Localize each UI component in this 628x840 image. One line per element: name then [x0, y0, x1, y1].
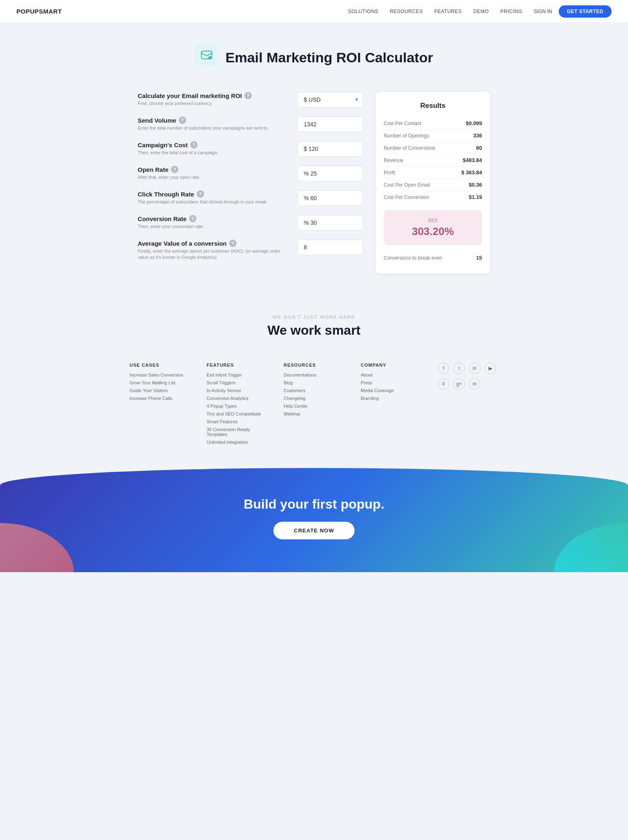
- open-rate-label: Open Rate: [138, 166, 168, 173]
- nav-demo[interactable]: DEMO: [473, 9, 489, 14]
- roi-box: ROI 303.20%: [384, 210, 482, 245]
- break-even-label: Conversions to break even: [384, 255, 442, 261]
- results-title: Results: [384, 102, 482, 110]
- footer-links: USE CASES Increase Sales Conversion Grow…: [0, 346, 628, 460]
- result-conversions: Number of Conversions 60: [384, 142, 482, 154]
- nav-resources[interactable]: RESOURCES: [390, 9, 423, 14]
- result-openings: Number of Openings 336: [384, 130, 482, 142]
- conversions-label: Number of Conversions: [384, 145, 435, 151]
- use-case-item-0[interactable]: Increase Sales Conversion: [130, 372, 190, 377]
- currency-label: Calculate your Email marketing ROI: [138, 92, 242, 99]
- feature-item-7[interactable]: 35 Conversion Ready Templates: [207, 427, 267, 437]
- nav-features[interactable]: FEATURES: [434, 9, 462, 14]
- ctr-help-icon[interactable]: ?: [197, 190, 204, 198]
- feature-item-8[interactable]: Unlimited Integration: [207, 440, 267, 445]
- company-item-0[interactable]: About: [361, 372, 421, 377]
- roi-label: ROI: [391, 217, 475, 224]
- medium-icon[interactable]: m: [469, 378, 480, 390]
- open-rate-help-icon[interactable]: ?: [171, 166, 178, 173]
- send-volume-sublabel: Enter the total number of subscribers yo…: [138, 125, 291, 131]
- cost-per-contact-value: $0.089: [466, 120, 482, 126]
- resources-heading: RESOURCES: [284, 363, 344, 368]
- facebook-icon[interactable]: f: [438, 363, 449, 374]
- conversion-rate-input[interactable]: [298, 215, 363, 231]
- avg-value-label: Average Value of a conversion: [138, 240, 227, 247]
- feature-item-5[interactable]: Tiny and SEO Competibale: [207, 411, 267, 416]
- use-case-item-2[interactable]: Guide Your Visitors: [130, 388, 190, 393]
- resource-item-0[interactable]: Documentations: [284, 372, 344, 377]
- revenue-label: Revenue: [384, 158, 403, 163]
- open-rate-row: Open Rate ? After that, enter your open …: [138, 166, 363, 181]
- company-item-2[interactable]: Media Coverage: [361, 388, 421, 393]
- resource-item-2[interactable]: Customers: [284, 388, 344, 393]
- campaign-cost-help-icon[interactable]: ?: [190, 141, 198, 148]
- currency-select[interactable]: $ USD € EUR £ GBP: [298, 92, 363, 107]
- feature-item-0[interactable]: Exit Intent Trigger: [207, 372, 267, 377]
- result-cost-per-contact: Cost Per Contact $0.089: [384, 117, 482, 130]
- results-card: Results Cost Per Contact $0.089 Number o…: [375, 92, 490, 274]
- conversion-rate-sublabel: Then, enter your conversion rate.: [138, 224, 291, 230]
- nav-solutions[interactable]: SOLUTIONS: [348, 9, 378, 14]
- profit-value: $ 363.84: [461, 169, 482, 176]
- resource-item-5[interactable]: Webinar: [284, 411, 344, 416]
- campaign-cost-sublabel: Then, enter the total cost of a campaign…: [138, 150, 291, 156]
- cta-band: Build your first popup. CREATE NOW: [0, 468, 628, 572]
- footer-social-col: f t in ▶ li g+ m: [438, 363, 498, 447]
- feature-item-4[interactable]: 4 Popup Types: [207, 404, 267, 409]
- conversion-rate-row: Conversion Rate ? Then, enter your conve…: [138, 215, 363, 231]
- result-profit: Profit $ 363.84: [384, 167, 482, 179]
- smart-sub: WE DON'T JUST WORK HARD: [8, 315, 620, 320]
- feature-item-1[interactable]: Scroll Triggers: [207, 380, 267, 385]
- linkedin-icon[interactable]: li: [438, 378, 449, 390]
- youtube-icon[interactable]: ▶: [485, 363, 496, 374]
- send-volume-help-icon[interactable]: ?: [179, 116, 186, 124]
- cost-per-conversion-value: $1.19: [469, 194, 482, 200]
- get-started-button[interactable]: GET STARTED: [559, 5, 612, 18]
- cost-per-contact-label: Cost Per Contact: [384, 121, 421, 126]
- currency-row: Calculate your Email marketing ROI ? Fir…: [138, 92, 363, 107]
- smart-title: We work smart: [8, 323, 620, 338]
- company-item-3[interactable]: Branding: [361, 396, 421, 401]
- send-volume-input[interactable]: [298, 116, 363, 132]
- nav-pricing[interactable]: PRICING: [501, 9, 523, 14]
- company-heading: COMPANY: [361, 363, 421, 368]
- cta-title: Build your first popup.: [8, 497, 620, 512]
- currency-help-icon[interactable]: ?: [244, 92, 252, 99]
- footer-use-cases: USE CASES Increase Sales Conversion Grow…: [130, 363, 190, 447]
- smart-section: WE DON'T JUST WORK HARD We work smart: [0, 298, 628, 346]
- send-volume-row: Send Volume ? Enter the total number of …: [138, 116, 363, 132]
- footer-grid: USE CASES Increase Sales Conversion Grow…: [130, 363, 498, 447]
- open-rate-input[interactable]: [298, 166, 363, 181]
- twitter-icon[interactable]: t: [453, 363, 465, 374]
- use-case-item-3[interactable]: Increase Phone Calls: [130, 396, 190, 401]
- cta-left-decoration: [0, 523, 74, 572]
- use-case-item-1[interactable]: Grow Your Mailling List: [130, 380, 190, 385]
- open-rate-sublabel: After that, enter your open rate.: [138, 174, 291, 180]
- ctr-row: Click Through Rate ? The percentage of s…: [138, 190, 363, 206]
- calculator-section: Calculate your Email marketing ROI ? Fir…: [130, 92, 498, 298]
- campaign-cost-row: Campaign's Cost ? Then, enter the total …: [138, 141, 363, 157]
- avg-value-help-icon[interactable]: ?: [229, 240, 237, 247]
- feature-item-3[interactable]: Conversion Analytics: [207, 396, 267, 401]
- resource-item-1[interactable]: Blog: [284, 380, 344, 385]
- result-revenue: Revenue $483.84: [384, 154, 482, 167]
- revenue-value: $483.84: [463, 157, 482, 163]
- googleplus-icon[interactable]: g+: [453, 378, 465, 390]
- company-item-1[interactable]: Press: [361, 380, 421, 385]
- feature-item-2[interactable]: In Activity Sensor: [207, 388, 267, 393]
- svg-point-2: [208, 56, 211, 59]
- send-volume-label: Send Volume: [138, 117, 176, 124]
- instagram-icon[interactable]: in: [469, 363, 480, 374]
- resource-item-4[interactable]: Help Center: [284, 404, 344, 409]
- cost-per-open-value: $0.36: [469, 182, 482, 188]
- resource-item-3[interactable]: Changelog: [284, 396, 344, 401]
- campaign-cost-input[interactable]: [298, 141, 363, 157]
- features-heading: FEATURES: [207, 363, 267, 368]
- avg-value-input[interactable]: [298, 240, 363, 255]
- create-now-button[interactable]: CREATE NOW: [273, 522, 355, 539]
- feature-item-6[interactable]: Smart Features: [207, 419, 267, 424]
- conversion-rate-help-icon[interactable]: ?: [189, 215, 196, 222]
- signin-link[interactable]: SIGN IN: [534, 9, 552, 14]
- result-cost-per-open: Cost Per Open Email $0.36: [384, 179, 482, 191]
- ctr-input[interactable]: [298, 190, 363, 206]
